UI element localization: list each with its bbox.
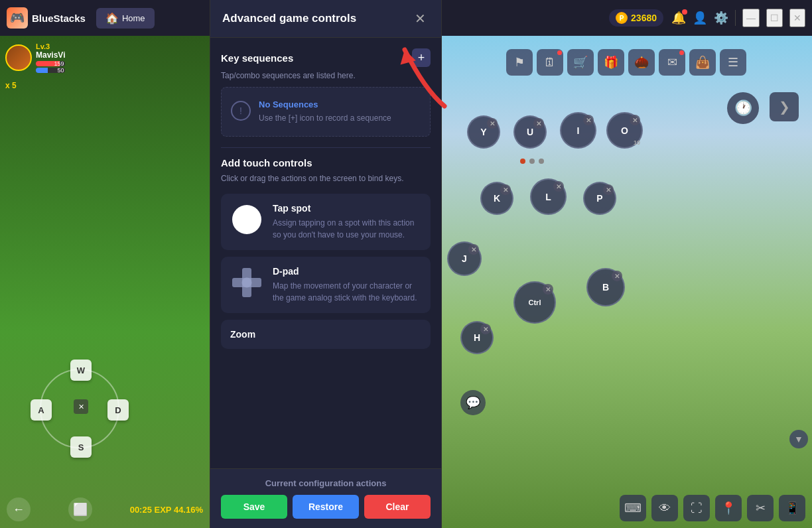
toolbar-btn-5[interactable]: 🌰 <box>628 49 655 76</box>
tap-spot-card[interactable]: Tap spot Assign tapping on a spot with t… <box>221 194 431 250</box>
toolbar-btn-4[interactable]: 🎁 <box>598 49 624 76</box>
key-y-button[interactable]: Y ✕ <box>467 115 500 149</box>
dot-1 <box>520 159 525 164</box>
key-u-button[interactable]: U ✕ <box>513 115 547 149</box>
tap-spot-name: Tap spot <box>273 203 421 214</box>
no-sequences-desc: Use the [+] icon to record a sequence <box>259 112 421 124</box>
key-l-close[interactable]: ✕ <box>553 181 564 192</box>
dialog-body[interactable]: Key sequences + Tap/combo sequences are … <box>210 38 441 468</box>
app-title: BlueStacks <box>32 13 86 24</box>
key-l-button[interactable]: L ✕ <box>530 178 567 215</box>
coin-value: 23680 <box>631 13 657 23</box>
arrow-right-button[interactable]: ❯ <box>770 92 799 121</box>
tap-spot-icon <box>230 203 263 236</box>
key-p-button[interactable]: P ✕ <box>583 182 616 215</box>
close-wasd-button[interactable]: ✕ <box>74 399 88 414</box>
toolbar-btn-1[interactable]: ⚑ <box>506 49 533 76</box>
add-touch-controls-header: Add touch controls <box>221 157 431 168</box>
key-s-button[interactable]: S <box>70 436 92 458</box>
add-sequence-button[interactable]: + <box>412 48 431 67</box>
chat-button[interactable]: 💬 <box>460 390 486 415</box>
scroll-down-indicator[interactable]: ▼ <box>789 430 808 448</box>
right-game-panel: ⚑ 🗓 🛒 🎁 🌰 ✉ 👜 ☰ Y ✕ U ✕ I ✕ O ✕ 10 K ✕ <box>440 36 812 528</box>
player-name: MavisVi <box>36 50 65 60</box>
notif-dot-3 <box>679 50 684 55</box>
settings-gear-button[interactable]: ⚙️ <box>714 11 728 25</box>
key-w-button[interactable]: W <box>70 360 92 381</box>
bluestacks-icon: 🎮 <box>7 7 28 29</box>
mp-value: 50 <box>57 68 64 73</box>
br-btn-1[interactable]: ⌨ <box>620 495 646 521</box>
user-profile-button[interactable]: 👤 <box>693 11 707 25</box>
key-h-button[interactable]: H ✕ <box>460 321 494 354</box>
stars-display: x 5 <box>5 81 65 90</box>
br-btn-4[interactable]: 📍 <box>715 495 742 521</box>
key-ctrl-close[interactable]: ✕ <box>543 284 553 295</box>
stat-bars: 159 50 <box>36 61 65 73</box>
key-k-button[interactable]: K ✕ <box>480 182 513 215</box>
br-btn-5[interactable]: ✂ <box>747 495 774 521</box>
clear-button[interactable]: Clear <box>364 495 431 519</box>
key-o-button[interactable]: O ✕ 10 <box>606 112 643 149</box>
dots-indicator <box>520 159 544 164</box>
top-bar-right: P 23680 🔔 👤 ⚙️ — ☐ ✕ <box>609 9 805 27</box>
zoom-card[interactable]: Zoom <box>221 320 431 349</box>
key-d-button[interactable]: D <box>107 399 129 421</box>
br-btn-6[interactable]: 📱 <box>779 495 805 521</box>
tap-spot-desc: Assign tapping on a spot with this actio… <box>273 217 421 241</box>
key-j-close[interactable]: ✕ <box>468 244 479 255</box>
key-h-close[interactable]: ✕ <box>480 324 491 334</box>
br-btn-2[interactable]: 👁 <box>651 495 678 521</box>
clock-button[interactable]: 🕐 <box>727 92 759 124</box>
dialog-close-button[interactable]: ✕ <box>411 9 429 28</box>
notif-dot <box>682 9 687 15</box>
home-button[interactable]: 🏠 Home <box>96 8 155 29</box>
dpad-icon-container <box>230 266 263 299</box>
key-a-button[interactable]: A <box>31 399 52 421</box>
key-b-button[interactable]: B ✕ <box>586 268 625 306</box>
maximize-button[interactable]: ☐ <box>766 9 783 27</box>
key-o-num: 10 <box>634 139 640 146</box>
toolbar-btn-8[interactable]: ☰ <box>720 49 746 76</box>
key-j-button[interactable]: J ✕ <box>447 241 482 276</box>
timer-display: 00:25 EXP 44.16% <box>130 505 203 515</box>
back-button[interactable]: ← <box>7 497 31 521</box>
key-i-button[interactable]: I ✕ <box>560 112 596 149</box>
dialog-header: Advanced game controls ✕ <box>210 0 441 38</box>
key-sequences-header: Key sequences + <box>221 48 431 67</box>
dpad-inner <box>232 268 261 297</box>
toolbar-btn-3[interactable]: 🛒 <box>567 49 594 76</box>
key-i-close[interactable]: ✕ <box>583 115 594 125</box>
mp-bar-fill <box>36 68 48 73</box>
key-b-close[interactable]: ✕ <box>612 271 622 281</box>
dpad-card[interactable]: D-pad Map the movement of your character… <box>221 257 431 313</box>
br-btn-3[interactable]: ⛶ <box>683 495 710 521</box>
key-u-close[interactable]: ✕ <box>533 118 544 129</box>
home-circle-button[interactable]: ⬜ <box>68 497 92 521</box>
key-p-close[interactable]: ✕ <box>603 184 614 195</box>
no-sequences-box: ! No Sequences Use the [+] icon to recor… <box>221 87 431 137</box>
save-button[interactable]: Save <box>221 495 287 519</box>
dot-2 <box>529 159 535 164</box>
key-o-close[interactable]: ✕ <box>630 115 640 125</box>
dpad-info: D-pad Map the movement of your character… <box>273 266 421 304</box>
no-sequences-content: No Sequences Use the [+] icon to record … <box>259 99 421 124</box>
key-y-close[interactable]: ✕ <box>487 118 498 129</box>
key-sequences-desc: Tap/combo sequences are listed here. <box>221 71 431 80</box>
close-window-button[interactable]: ✕ <box>789 9 805 27</box>
wasd-controller: W A S D ✕ <box>40 369 119 448</box>
notification-bell-button[interactable]: 🔔 <box>671 11 686 25</box>
toolbar-btn-7[interactable]: 👜 <box>689 49 716 76</box>
player-info: Lv.3 MavisVi 159 50 <box>5 42 65 73</box>
player-level: Lv.3 <box>36 42 65 50</box>
toolbar-btn-6[interactable]: ✉ <box>659 49 685 76</box>
key-ctrl-button[interactable]: Ctrl ✕ <box>513 281 556 324</box>
player-stats: Lv.3 MavisVi 159 50 <box>36 42 65 73</box>
toolbar-btn-2[interactable]: 🗓 <box>537 49 563 76</box>
minimize-button[interactable]: — <box>742 9 760 27</box>
notif-dot-2 <box>557 50 562 55</box>
restore-button[interactable]: Restore <box>293 495 359 519</box>
no-sequences-icon: ! <box>231 101 251 121</box>
bottom-hud: ← ⬜ 00:25 EXP 44.16% <box>0 497 210 521</box>
key-k-close[interactable]: ✕ <box>500 184 511 195</box>
